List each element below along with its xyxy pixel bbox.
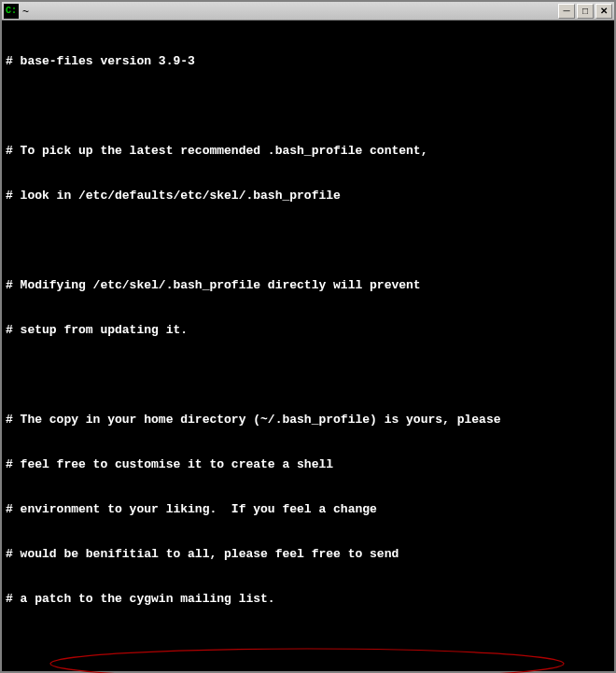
file-line (6, 233, 610, 248)
app-icon: C: (4, 4, 19, 19)
minimize-button[interactable]: ─ (558, 4, 575, 19)
file-line: # would be benifitial to all, please fee… (6, 547, 610, 562)
file-line (6, 637, 610, 652)
file-line: # a patch to the cygwin mailing list. (6, 592, 610, 607)
file-line: # look in /etc/defaults/etc/skel/.bash_p… (6, 189, 610, 203)
window-title: ~ (22, 5, 558, 18)
file-line: # environment to your liking. If you fee… (6, 502, 610, 517)
terminal-window: C: ~ ─ □ ✕ # base-files version 3.9-3 # … (0, 0, 616, 673)
file-line: # Modifying /etc/skel/.bash_profile dire… (6, 278, 610, 293)
svg-point-0 (50, 649, 564, 673)
close-button[interactable]: ✕ (595, 4, 612, 19)
file-line: # To pick up the latest recommended .bas… (6, 144, 610, 159)
file-line (6, 99, 610, 114)
titlebar[interactable]: C: ~ ─ □ ✕ (2, 2, 614, 21)
file-line (6, 368, 610, 383)
file-line: # setup from updating it. (6, 323, 610, 338)
file-line: # The copy in your home directory (~/.ba… (6, 413, 610, 428)
file-line: # base-files version 3.9-3 (6, 54, 610, 69)
terminal-content[interactable]: # base-files version 3.9-3 # To pick up … (2, 21, 614, 673)
maximize-button[interactable]: □ (577, 4, 594, 19)
file-line: # feel free to customise it to create a … (6, 457, 610, 472)
window-controls: ─ □ ✕ (558, 4, 612, 19)
